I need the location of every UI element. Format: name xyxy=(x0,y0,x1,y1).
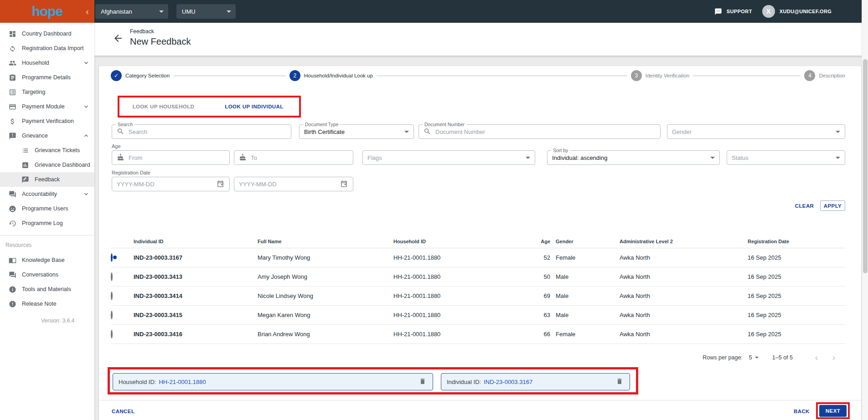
sidebar-item-targeting[interactable]: Targeting xyxy=(0,85,94,99)
programme-select[interactable]: UMU xyxy=(176,4,236,19)
business-area-select[interactable]: Afghanistan xyxy=(95,4,168,19)
radio-button[interactable] xyxy=(111,253,113,262)
delete-household-icon[interactable] xyxy=(419,378,427,386)
cake-icon xyxy=(117,154,125,162)
sidebar-item-tools-and-materials[interactable]: Tools and Materials xyxy=(0,282,94,297)
step-description: 4Description xyxy=(804,70,845,81)
radio-button[interactable] xyxy=(111,272,113,281)
sidebar-item-grievance-dashboard[interactable]: Grievance Dashboard xyxy=(0,158,94,172)
step-connector xyxy=(693,76,801,76)
search-icon xyxy=(424,128,432,136)
document-type-select[interactable]: Document Type Birth Certificate xyxy=(299,124,414,139)
step-household-individual-look-up[interactable]: 2Household/Individual Look up xyxy=(289,70,373,81)
sidebar-item-country-dashboard[interactable]: Country Dashboard xyxy=(0,26,94,41)
cell-gender: Female xyxy=(550,254,620,261)
table-row[interactable]: IND-23-0003.3414Nicole Lindsey WongHH-21… xyxy=(111,287,845,306)
tab-look-up-individual[interactable]: LOOK UP INDIVIDUAL xyxy=(209,97,300,117)
chevron-down-icon xyxy=(755,357,759,359)
age-to-input[interactable]: To xyxy=(234,150,353,165)
column-header-administrative-level-2: Administrative Level 2 xyxy=(620,239,748,244)
age-from-input[interactable]: From xyxy=(112,150,230,165)
cell-full-name: Brian Andrew Wong xyxy=(258,331,393,338)
sidebar-item-release-note[interactable]: Release Note xyxy=(0,297,94,311)
back-arrow-icon[interactable] xyxy=(113,33,125,46)
delete-individual-icon[interactable] xyxy=(616,378,624,386)
step-number: 2 xyxy=(289,70,300,81)
avatar[interactable]: X xyxy=(762,5,775,18)
column-header-registration-date: Registration Date xyxy=(748,239,845,244)
table-row[interactable]: IND-23-0003.3413Amy Joseph WongHH-21-000… xyxy=(111,267,845,287)
flags-select[interactable]: Flags xyxy=(362,150,535,165)
step-category-selection[interactable]: ✓Category Selection xyxy=(111,70,170,81)
scrollbar-thumb[interactable] xyxy=(863,59,868,273)
sidebar-item-feedback[interactable]: Feedback xyxy=(0,172,94,187)
sidebar-item-programme-log[interactable]: Programme Log xyxy=(0,216,94,230)
cell-household-id: HH-21-0001.1880 xyxy=(393,254,533,261)
table-row[interactable]: IND-23-0003.3415Megan Karen WongHH-21-00… xyxy=(111,306,845,325)
list-box-icon xyxy=(8,87,17,97)
document-number-input[interactable]: Document Number Document Number xyxy=(418,124,661,139)
support-button[interactable]: SUPPORT xyxy=(714,7,752,16)
sidebar-item-programme-users[interactable]: Programme Users xyxy=(0,201,94,216)
step-connector xyxy=(173,76,286,76)
sidebar-item-household[interactable]: Household xyxy=(0,56,94,70)
radio-button[interactable] xyxy=(111,330,113,338)
search-input[interactable]: Search Search xyxy=(112,124,291,139)
registration-date-to-input[interactable]: YYYY-MM-DD xyxy=(234,177,353,191)
tab-look-up-household[interactable]: LOOK UP HOUSEHOLD xyxy=(118,97,209,117)
previous-page-icon[interactable]: ‹ xyxy=(811,352,822,363)
table-row[interactable]: IND-23-0003.3167Mary Timothy WongHH-21-0… xyxy=(111,248,845,267)
next-button[interactable]: NEXT xyxy=(819,405,847,417)
cell-gender: Male xyxy=(550,292,620,299)
back-button[interactable]: BACK xyxy=(794,406,810,417)
clear-button[interactable]: CLEAR xyxy=(792,200,817,211)
cell-registration-date: 16 Sep 2025 xyxy=(748,273,845,280)
registration-date-from-input[interactable]: YYYY-MM-DD xyxy=(112,177,230,191)
logo-block: hope ‹ xyxy=(0,0,94,23)
chat-bubble-icon xyxy=(714,7,723,16)
table-row[interactable]: IND-23-0003.3416Brian Andrew WongHH-21-0… xyxy=(111,325,845,344)
chevron-down-icon xyxy=(836,157,840,159)
cake-icon xyxy=(239,154,247,162)
page-title: New Feedback xyxy=(130,36,191,47)
sidebar-item-payment-module[interactable]: Payment Module xyxy=(0,99,94,114)
column-header-household-id: Household ID xyxy=(393,239,533,244)
sidebar-item-grievance-tickets[interactable]: Grievance Tickets xyxy=(0,143,94,158)
column-header-age: Age xyxy=(533,239,550,244)
hope-logo: hope xyxy=(32,4,63,19)
radio-button[interactable] xyxy=(111,311,113,319)
chevron-down-icon xyxy=(159,10,164,13)
next-page-icon[interactable]: › xyxy=(828,352,839,363)
sidebar-item-accountability[interactable]: Accountability xyxy=(0,187,94,201)
cell-age: 69 xyxy=(533,292,550,299)
selected-household-chip: Household ID: HH-21-0001.1880 xyxy=(113,373,433,390)
cell-age: 52 xyxy=(533,254,550,261)
table-header-row: Individual IDFull NameHousehold IDAgeGen… xyxy=(111,235,845,248)
sidebar-item-registration-data-import[interactable]: Registration Data Import xyxy=(0,41,94,56)
cell-full-name: Nicole Lindsey Wong xyxy=(258,292,393,299)
refresh-icon xyxy=(8,44,17,53)
scrollbar[interactable] xyxy=(862,0,868,420)
gender-select[interactable]: Gender xyxy=(667,124,845,139)
collapse-sidebar-icon[interactable]: ‹ xyxy=(86,7,89,16)
cell-individual-id: IND-23-0003.3414 xyxy=(134,292,258,299)
radio-button[interactable] xyxy=(111,292,113,300)
sidebar-item-programme-details[interactable]: Programme Details xyxy=(0,70,94,85)
release-badge-icon xyxy=(8,299,17,308)
cancel-button[interactable]: CANCEL xyxy=(112,406,134,417)
apply-button[interactable]: APPLY xyxy=(820,200,845,211)
sidebar-nav: Country DashboardRegistration Data Impor… xyxy=(0,23,94,324)
calendar-icon[interactable] xyxy=(340,180,348,188)
status-select[interactable]: Status xyxy=(727,150,845,165)
sidebar-item-knowledge-base[interactable]: Knowledge Base xyxy=(0,253,94,267)
info-icon xyxy=(8,285,17,294)
cell-full-name: Megan Karen Wong xyxy=(258,312,393,318)
sidebar-item-grievance[interactable]: Grievance xyxy=(0,128,94,143)
rows-per-page-select[interactable]: 5 xyxy=(749,354,759,361)
sort-by-select[interactable]: Sort by Individual: ascending xyxy=(547,150,720,165)
calendar-icon[interactable] xyxy=(217,180,225,188)
page-header: Feedback New Feedback xyxy=(94,23,868,56)
sidebar-item-payment-verification[interactable]: Payment Verification xyxy=(0,114,94,128)
sidebar-item-conversations[interactable]: Conversations xyxy=(0,267,94,282)
lookup-card: ✓Category Selection2Household/Individual… xyxy=(99,66,861,420)
